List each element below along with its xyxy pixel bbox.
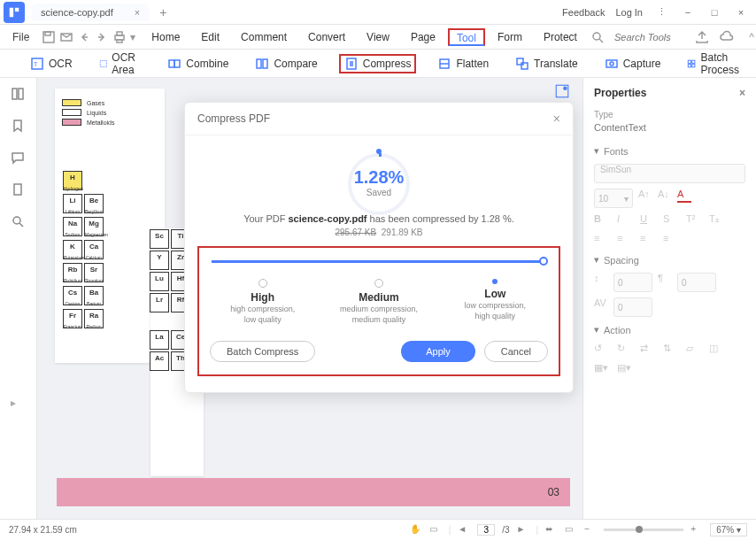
zoom-out-icon[interactable]: − (584, 524, 597, 536)
spacing-input-2[interactable]: 0 (677, 273, 716, 292)
bold-icon[interactable]: B (594, 213, 608, 228)
maximize-icon[interactable]: □ (706, 4, 722, 20)
select-tool-icon[interactable]: ▭ (429, 524, 442, 536)
tb-ocr[interactable]: TOCR (25, 54, 78, 73)
fit-page-icon[interactable]: ▭ (565, 524, 577, 536)
align-left-icon[interactable]: ≡ (594, 233, 608, 247)
collapse-ribbon-icon[interactable]: ^ (744, 29, 756, 45)
mail-icon[interactable] (59, 29, 73, 45)
option-medium[interactable]: Medium medium compression,medium quality (320, 279, 436, 325)
flip-v-icon[interactable]: ⇅ (663, 343, 677, 357)
cancel-button[interactable]: Cancel (484, 341, 548, 362)
zoom-value[interactable]: 67% ▾ (710, 523, 747, 536)
font-select[interactable]: SimSun (594, 164, 745, 183)
rotate-right-icon[interactable]: ↻ (617, 343, 631, 357)
zoom-in-icon[interactable]: + (690, 524, 703, 536)
rotate-left-icon[interactable]: ↺ (594, 343, 608, 357)
tb-combine[interactable]: Combine (162, 54, 234, 73)
extract-icon[interactable]: ◫ (709, 343, 723, 357)
tb-translate[interactable]: Translate (510, 54, 583, 73)
attachment-icon[interactable] (11, 182, 27, 198)
align-right-icon[interactable]: ≡ (640, 233, 654, 247)
dropdown-icon[interactable]: ▾ (130, 29, 135, 45)
fit-width-icon[interactable]: ⬌ (545, 524, 558, 536)
menu-home[interactable]: Home (143, 27, 189, 47)
close-properties-icon[interactable]: × (739, 87, 745, 99)
batch-compress-button[interactable]: Batch Compress (210, 341, 315, 362)
menu-protect[interactable]: Protect (535, 27, 586, 47)
menu-comment[interactable]: Comment (232, 27, 296, 47)
italic-icon[interactable]: I (617, 213, 631, 228)
font-color-icon[interactable]: A (677, 189, 691, 203)
expand-rail-icon[interactable]: ▸ (11, 397, 27, 413)
redo-icon[interactable] (95, 29, 109, 45)
menubar: File ▾ Home Edit Comment Convert View Pa… (0, 25, 756, 50)
spacing-input-3[interactable]: 0 (613, 297, 652, 317)
strikethrough-icon[interactable]: S (663, 213, 677, 228)
svg-rect-3 (45, 32, 50, 35)
search-rail-icon[interactable] (11, 214, 27, 230)
menu-view[interactable]: View (358, 27, 398, 47)
tb-ocr-area[interactable]: OCR Area (94, 49, 147, 79)
spacing-input-1[interactable]: 0 (613, 273, 652, 292)
zoom-slider[interactable] (604, 528, 683, 531)
svg-rect-28 (14, 184, 21, 195)
option-low[interactable]: Low low compression,high quality (437, 279, 553, 325)
thumbnails-icon[interactable] (11, 87, 27, 103)
tb-compress[interactable]: Compress (339, 54, 417, 73)
undo-icon[interactable] (77, 29, 91, 45)
search-input[interactable] (614, 32, 685, 42)
menu-tool[interactable]: Tool (448, 28, 485, 46)
share-icon[interactable] (694, 29, 710, 45)
new-tab-button[interactable]: + (154, 4, 172, 21)
login-link[interactable]: Log In (615, 7, 643, 18)
close-tab-icon[interactable]: × (135, 7, 140, 18)
svg-point-32 (350, 155, 408, 213)
tb-flatten[interactable]: Flatten (432, 54, 494, 73)
subscript-icon[interactable]: T₂ (709, 213, 723, 228)
align-icon[interactable]: ▤▾ (617, 362, 631, 376)
close-window-icon[interactable]: × (733, 4, 749, 20)
search-icon[interactable] (590, 29, 606, 45)
tb-batch[interactable]: Batch Process (682, 49, 749, 79)
crop-icon[interactable]: ▱ (686, 343, 700, 357)
fonts-section[interactable]: ▾ Fonts (594, 145, 745, 157)
option-high[interactable]: High high compression,low quality (204, 279, 320, 325)
increase-font-icon[interactable]: A↑ (638, 189, 652, 203)
action-section[interactable]: ▾ Action (594, 324, 745, 336)
minimize-icon[interactable]: − (680, 4, 696, 20)
file-menu[interactable]: File (7, 29, 35, 45)
menu-edit[interactable]: Edit (192, 27, 228, 47)
font-size-select[interactable]: 10 ▾ (594, 189, 633, 208)
tb-capture[interactable]: Capture (599, 54, 667, 73)
next-page-icon[interactable]: ► (517, 524, 529, 536)
svg-rect-6 (117, 32, 122, 35)
bookmark-icon[interactable] (11, 119, 27, 135)
prev-page-icon[interactable]: ◄ (458, 524, 470, 536)
align-center-icon[interactable]: ≡ (617, 233, 631, 247)
comment-icon[interactable] (11, 150, 27, 166)
flip-h-icon[interactable]: ⇄ (640, 343, 654, 357)
spacing-section[interactable]: ▾ Spacing (594, 254, 745, 266)
underline-icon[interactable]: U (640, 213, 654, 228)
document-tab[interactable]: science-copy.pdf × (32, 4, 149, 21)
feedback-link[interactable]: Feedback (562, 7, 605, 18)
more-icon[interactable]: ⋮ (653, 4, 669, 20)
print-icon[interactable] (112, 29, 127, 45)
compress-slider[interactable] (212, 260, 546, 263)
doc-screenshot-icon[interactable] (554, 83, 570, 99)
menu-form[interactable]: Form (489, 27, 531, 47)
modal-close-icon[interactable]: × (553, 112, 560, 126)
superscript-icon[interactable]: T² (686, 213, 700, 228)
menu-page[interactable]: Page (402, 27, 444, 47)
page-input[interactable] (477, 524, 495, 536)
apply-button[interactable]: Apply (401, 341, 475, 362)
hand-tool-icon[interactable]: ✋ (410, 524, 422, 536)
save-icon[interactable] (42, 29, 56, 45)
align-justify-icon[interactable]: ≡ (663, 233, 677, 247)
menu-convert[interactable]: Convert (299, 27, 354, 47)
cloud-icon[interactable] (719, 29, 735, 45)
tb-compare[interactable]: Compare (250, 54, 322, 73)
arrange-icon[interactable]: ▦▾ (594, 362, 608, 376)
decrease-font-icon[interactable]: A↓ (658, 189, 672, 203)
